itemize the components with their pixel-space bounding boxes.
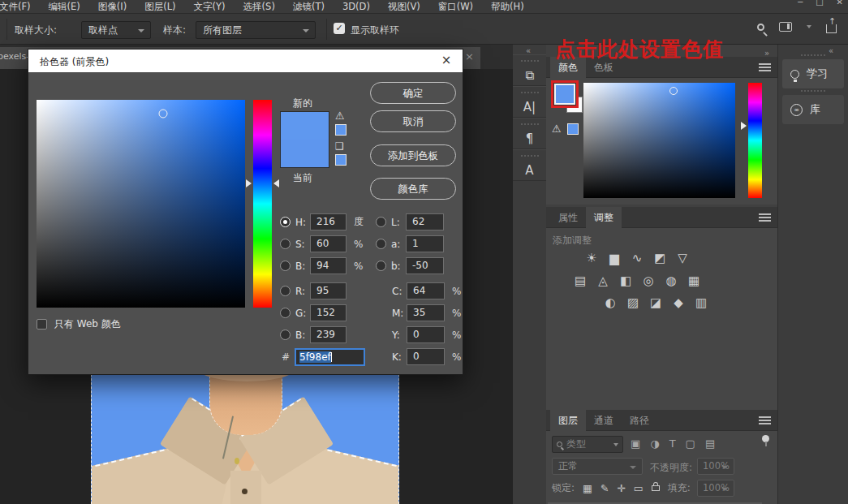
field-input[interactable]: 152	[310, 304, 347, 321]
window-control-icon[interactable]: □	[816, 0, 823, 6]
adjustment-icon[interactable]: ▦	[687, 274, 701, 288]
menu-item[interactable]: 窗口(W)	[429, 1, 482, 13]
menu-item[interactable]: 文字(Y)	[185, 1, 235, 13]
adjustment-icon[interactable]: ◐	[603, 295, 618, 310]
tab-channels[interactable]: 通道	[586, 410, 622, 431]
field-input[interactable]: 62	[406, 213, 444, 230]
share-icon[interactable]	[826, 24, 837, 33]
collapsed-panel-button[interactable]: ¶	[513, 118, 546, 149]
adjustment-icon[interactable]: ◪	[648, 295, 663, 310]
opacity-value[interactable]: 100%	[697, 458, 734, 475]
panel-color-field-marker[interactable]	[669, 87, 678, 95]
window-control-icon[interactable]: ✕	[837, 0, 843, 6]
show-ring-checkbox[interactable]: ✓	[334, 23, 345, 34]
tab-adjustments[interactable]: 调整	[586, 207, 622, 228]
panel-menu-icon[interactable]	[759, 63, 771, 65]
field-input[interactable]: 60	[310, 235, 347, 252]
adjustment-icon[interactable]: ◍	[664, 274, 678, 288]
hex-input[interactable]: 5f98ef	[295, 348, 365, 366]
panel-hue-slider[interactable]	[748, 83, 762, 198]
radio-button[interactable]	[280, 239, 291, 249]
layer-filter-icon[interactable]: ▢	[686, 437, 695, 450]
hue-slider-arrow-right[interactable]	[273, 179, 279, 187]
radio-button[interactable]	[280, 261, 291, 271]
adjustment-icon[interactable]: ◎	[641, 274, 656, 288]
menu-item[interactable]: 编辑(E)	[40, 1, 89, 13]
field-input[interactable]: 0	[407, 348, 445, 365]
field-input[interactable]: 1	[406, 235, 444, 252]
foreground-color-swatch[interactable]	[554, 84, 575, 105]
menu-item[interactable]: 文件(F)	[0, 1, 40, 13]
hue-slider-arrow-left[interactable]	[246, 179, 252, 187]
radio-button[interactable]	[376, 261, 386, 271]
adjustment-icon[interactable]: ▤	[573, 274, 588, 288]
tab-close-icon[interactable]: ×	[465, 47, 474, 67]
adjustment-icon[interactable]: ▆	[607, 251, 622, 265]
web-safe-swatch[interactable]	[335, 154, 347, 166]
radio-button[interactable]	[376, 217, 386, 227]
tab-layers[interactable]: 图层	[550, 410, 586, 431]
adjustment-icon[interactable]: ▽	[675, 251, 690, 265]
menu-item[interactable]: 3D(D)	[334, 1, 379, 13]
menu-item[interactable]: 图层(L)	[136, 1, 184, 13]
adjustment-icon[interactable]: ◆	[671, 295, 686, 310]
panel-menu-icon[interactable]	[759, 416, 771, 418]
workspace-icon[interactable]	[779, 22, 792, 32]
learn-panel-button[interactable]: 学习	[782, 59, 844, 88]
panel-hue-arrow[interactable]	[741, 122, 747, 130]
collapsed-panel-button[interactable]: A	[513, 149, 546, 181]
radio-button[interactable]	[280, 217, 291, 227]
field-input[interactable]: 0	[407, 326, 445, 343]
menu-item[interactable]: 滤镜(T)	[284, 1, 334, 13]
fill-value[interactable]: 100%	[697, 480, 734, 497]
web-only-checkbox[interactable]	[37, 319, 47, 330]
gamut-warning-icon[interactable]: ⚠	[335, 110, 351, 122]
ok-button[interactable]: 确定	[370, 82, 456, 104]
chevron-down-icon[interactable]	[807, 25, 811, 28]
layer-filter-dropdown[interactable]: 类型	[552, 436, 623, 453]
layer-filter-icon[interactable]: ◑	[650, 437, 659, 450]
radio-button[interactable]	[280, 286, 291, 296]
menu-item[interactable]: 视图(V)	[379, 1, 429, 13]
filter-pin-toggle[interactable]	[762, 435, 769, 442]
menu-item[interactable]: 帮助(H)	[482, 1, 533, 13]
radio-button[interactable]	[376, 239, 386, 249]
tab-properties[interactable]: 属性	[550, 207, 586, 228]
search-icon[interactable]	[757, 24, 764, 31]
color-field-marker[interactable]	[158, 109, 167, 118]
canvas-image[interactable]	[91, 370, 399, 504]
panel-color-field[interactable]	[583, 83, 735, 198]
web-safe-cube-icon[interactable]: ❑	[335, 140, 351, 152]
collapsed-panel-button[interactable]: A|	[513, 86, 546, 118]
panel-menu-icon[interactable]	[759, 213, 771, 215]
window-control-icon[interactable]: ─	[798, 0, 803, 6]
field-input[interactable]: 94	[310, 257, 347, 274]
radio-button[interactable]	[280, 330, 291, 340]
blend-mode-dropdown[interactable]: 正常	[552, 458, 643, 475]
color-libraries-button[interactable]: 颜色库	[370, 178, 456, 200]
saturation-brightness-field[interactable]	[37, 100, 245, 308]
dialog-title-bar[interactable]: 拾色器 (前景色) ×	[28, 50, 463, 72]
adjustment-icon[interactable]: ◬	[596, 274, 610, 288]
field-input[interactable]: 239	[310, 326, 347, 343]
field-input[interactable]: 216	[310, 213, 347, 230]
layer-filter-icon[interactable]: ▣	[631, 437, 640, 450]
gamut-warning-swatch[interactable]	[567, 123, 579, 135]
cancel-button[interactable]: 取消	[370, 110, 456, 132]
collapse-panels-icon[interactable]: «	[526, 46, 531, 55]
tab-paths[interactable]: 路径	[622, 410, 657, 431]
adjustment-icon[interactable]: ◩	[652, 251, 667, 265]
dialog-close-icon[interactable]: ×	[430, 50, 463, 72]
menu-item[interactable]: 选择(S)	[235, 1, 284, 13]
field-input[interactable]: 35	[407, 304, 445, 321]
add-to-swatches-button[interactable]: 添加到色板	[370, 144, 456, 166]
field-input[interactable]: -50	[406, 257, 444, 274]
layer-filter-icon[interactable]: T	[669, 437, 676, 450]
radio-button[interactable]	[280, 308, 291, 318]
lock-artboard-icon[interactable]: ▭	[634, 482, 644, 494]
lock-transparency-icon[interactable]: ▦	[583, 482, 592, 494]
lock-paint-icon[interactable]: ✎	[600, 482, 609, 494]
adjustment-icon[interactable]: ∿	[630, 251, 644, 265]
hue-slider[interactable]	[253, 100, 272, 308]
libraries-panel-button[interactable]: ∞ 库	[782, 95, 844, 124]
